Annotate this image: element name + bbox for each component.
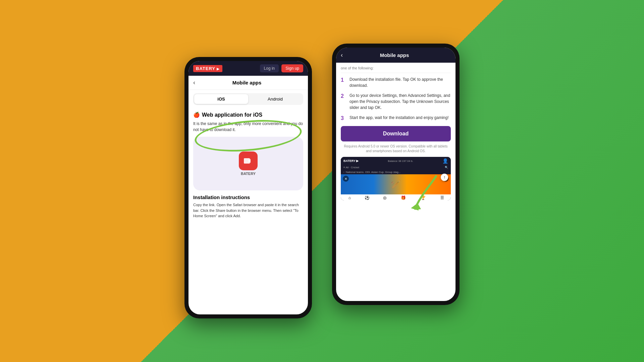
mini-search-icon: 🔍	[445, 166, 448, 169]
back-button-android[interactable]: ‹	[341, 52, 343, 59]
tab-android[interactable]: Android	[248, 94, 302, 104]
mini-balance: Balance 38 197.04 b.	[388, 160, 413, 163]
mini-match-bar: ‹ National teams. ODI. Asian Cup. Group …	[341, 170, 451, 174]
step-2-num: 2	[341, 93, 346, 100]
mini-back-icon: ‹	[343, 171, 344, 174]
mini-cricket-image: ✕ ⤢ 🏏 ↑	[341, 174, 451, 194]
step-3-num: 3	[341, 115, 346, 122]
page-title-android: Mobile apps	[346, 52, 443, 58]
mini-app-screenshot: BATERY ▶ Balance 38 197.04 b. 👤 ≡ All · …	[341, 157, 451, 200]
promo-icon: 🎁	[401, 195, 406, 200]
phone-ios: BATERY Log in Sign up ‹ Mobile apps iOS …	[184, 57, 312, 318]
download-button[interactable]: Download	[341, 126, 451, 141]
cricket-icon: 🏏	[391, 180, 401, 189]
mini-nav-home: ⌂ Home	[346, 195, 353, 200]
login-button[interactable]: Log in	[260, 64, 279, 72]
step-1-text: Download the installation file. Tap OK t…	[350, 76, 451, 88]
home-icon: ⌂	[348, 195, 351, 200]
phone-android: ‹ Mobile apps one of the following: 1 Do…	[332, 44, 460, 305]
phone2-header: ‹ Mobile apps	[336, 48, 455, 63]
mini-nav-tourneys: 🏆 Tourneys	[418, 195, 428, 200]
step-1: 1 Download the installation file. Tap OK…	[341, 76, 451, 88]
ios-description: It is the same as in the app, only more …	[193, 121, 303, 133]
step-2: 2 Go to your device Settings, then Advan…	[341, 93, 451, 111]
header-buttons: Log in Sign up	[260, 64, 303, 72]
step-1-num: 1	[341, 76, 346, 84]
casino-icon: ◎	[383, 195, 386, 200]
batery-logo: BATERY	[193, 65, 222, 72]
step-3-text: Start the app, wait for the installation…	[350, 115, 449, 121]
back-button-ios[interactable]: ‹	[193, 79, 195, 86]
app-icon-wrapper: BATERY	[239, 152, 258, 176]
ios-section-title: 🍎 Web application for iOS	[193, 112, 303, 118]
app-preview: BATERY	[193, 137, 303, 190]
app-icon	[239, 152, 258, 170]
phone2-screen: ‹ Mobile apps one of the following: 1 Do…	[336, 48, 455, 301]
compat-note: Requires Android 5.0 or newer OS version…	[341, 144, 451, 154]
menu-icon: ☰	[440, 195, 444, 200]
top-partial-text: one of the following:	[341, 66, 451, 73]
sport-icon: ⚽	[365, 195, 370, 200]
phone2-content: one of the following: 1 Download the ins…	[336, 63, 455, 301]
phone1-content: 🍎 Web application for iOS It is the same…	[189, 108, 308, 314]
mini-nav-sport: ⚽ Sport	[364, 195, 370, 200]
step-2-text: Go to your device Settings, then Advance…	[350, 93, 451, 111]
mini-footer-nav: ⌂ Home ⚽ Sport ◎ Casino 🎁 Promo	[341, 194, 451, 200]
install-title: Installation instructions	[193, 194, 303, 200]
app-icon-label: BATERY	[241, 172, 256, 176]
mini-nav-menu: ☰ Menu	[439, 195, 445, 200]
tourneys-icon: 🏆	[421, 195, 426, 200]
mini-user-icon: 👤	[442, 158, 448, 164]
mini-nav-bar: ≡ All · Cricket 🔍	[341, 165, 451, 170]
mini-batery-logo: BATERY ▶	[343, 159, 359, 163]
page-header-ios: ‹ Mobile apps	[189, 76, 308, 90]
phone1-screen: BATERY Log in Sign up ‹ Mobile apps iOS …	[189, 61, 308, 314]
tabs-container: iOS Android	[193, 93, 303, 105]
mini-nav-promo: 🎁 Promo	[400, 195, 407, 200]
mini-close-icon: ✕	[343, 176, 349, 182]
signup-button[interactable]: Sign up	[281, 64, 303, 72]
mini-app-header: BATERY ▶ Balance 38 197.04 b. 👤	[341, 157, 451, 165]
phone1-header: BATERY Log in Sign up	[189, 61, 308, 76]
step-3: 3 Start the app, wait for the installati…	[341, 115, 451, 122]
page-title-ios: Mobile apps	[199, 80, 295, 85]
install-desc: Copy the link. Open the Safari browser a…	[193, 202, 303, 219]
tab-ios[interactable]: iOS	[194, 94, 248, 104]
mini-nav-casino: ◎ Casino	[381, 195, 389, 200]
apple-icon: 🍎	[193, 112, 200, 118]
